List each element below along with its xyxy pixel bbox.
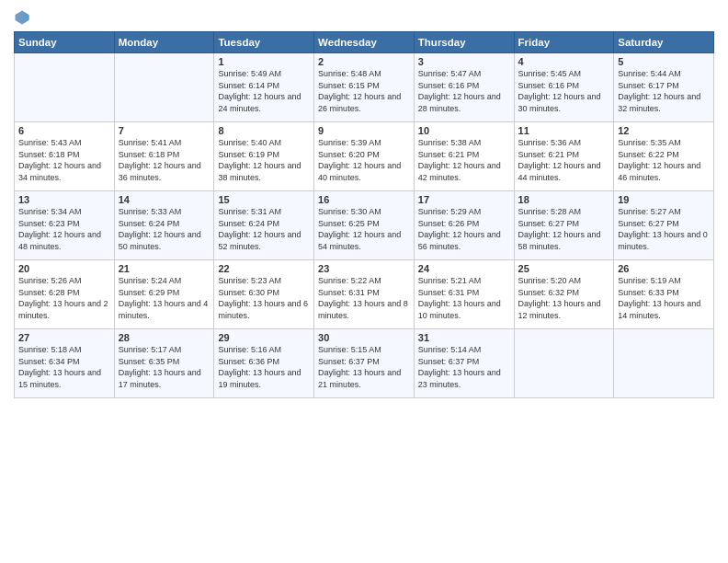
day-detail: Sunrise: 5:41 AM Sunset: 6:18 PM Dayligh… bbox=[119, 137, 210, 183]
calendar-cell: 1Sunrise: 5:49 AM Sunset: 6:14 PM Daylig… bbox=[214, 53, 314, 122]
calendar-cell bbox=[614, 329, 714, 398]
calendar-cell bbox=[114, 53, 214, 122]
week-row-4: 20Sunrise: 5:26 AM Sunset: 6:28 PM Dayli… bbox=[15, 260, 714, 329]
day-number: 5 bbox=[618, 56, 710, 67]
calendar-cell: 26Sunrise: 5:19 AM Sunset: 6:33 PM Dayli… bbox=[614, 260, 714, 329]
calendar-cell: 13Sunrise: 5:34 AM Sunset: 6:23 PM Dayli… bbox=[15, 191, 115, 260]
day-number: 13 bbox=[18, 194, 110, 205]
calendar-cell: 31Sunrise: 5:14 AM Sunset: 6:37 PM Dayli… bbox=[414, 329, 514, 398]
day-number: 10 bbox=[418, 125, 510, 136]
calendar-cell: 4Sunrise: 5:45 AM Sunset: 6:16 PM Daylig… bbox=[514, 53, 614, 122]
calendar-cell: 19Sunrise: 5:27 AM Sunset: 6:27 PM Dayli… bbox=[614, 191, 714, 260]
day-number: 18 bbox=[518, 194, 610, 205]
day-number: 8 bbox=[218, 125, 310, 136]
calendar-cell: 16Sunrise: 5:30 AM Sunset: 6:25 PM Dayli… bbox=[314, 191, 415, 260]
day-detail: Sunrise: 5:47 AM Sunset: 6:16 PM Dayligh… bbox=[418, 68, 510, 114]
calendar-cell: 11Sunrise: 5:36 AM Sunset: 6:21 PM Dayli… bbox=[514, 122, 614, 191]
calendar-cell: 15Sunrise: 5:31 AM Sunset: 6:24 PM Dayli… bbox=[214, 191, 314, 260]
day-detail: Sunrise: 5:45 AM Sunset: 6:16 PM Dayligh… bbox=[518, 68, 610, 114]
calendar-cell: 10Sunrise: 5:38 AM Sunset: 6:21 PM Dayli… bbox=[414, 122, 514, 191]
calendar-cell bbox=[514, 329, 614, 398]
day-detail: Sunrise: 5:34 AM Sunset: 6:23 PM Dayligh… bbox=[18, 206, 110, 252]
day-number: 3 bbox=[418, 56, 510, 67]
day-number: 11 bbox=[518, 125, 610, 136]
day-number: 31 bbox=[418, 332, 510, 343]
calendar-cell: 2Sunrise: 5:48 AM Sunset: 6:15 PM Daylig… bbox=[314, 53, 415, 122]
calendar-cell: 28Sunrise: 5:17 AM Sunset: 6:35 PM Dayli… bbox=[114, 329, 214, 398]
day-detail: Sunrise: 5:49 AM Sunset: 6:14 PM Dayligh… bbox=[218, 68, 310, 114]
day-number: 24 bbox=[418, 263, 510, 274]
day-detail: Sunrise: 5:16 AM Sunset: 6:36 PM Dayligh… bbox=[218, 344, 310, 390]
calendar-cell: 20Sunrise: 5:26 AM Sunset: 6:28 PM Dayli… bbox=[15, 260, 115, 329]
day-detail: Sunrise: 5:28 AM Sunset: 6:27 PM Dayligh… bbox=[518, 206, 610, 252]
day-detail: Sunrise: 5:22 AM Sunset: 6:31 PM Dayligh… bbox=[318, 275, 410, 321]
day-number: 14 bbox=[119, 194, 210, 205]
day-detail: Sunrise: 5:20 AM Sunset: 6:32 PM Dayligh… bbox=[518, 275, 610, 321]
calendar-cell: 6Sunrise: 5:43 AM Sunset: 6:18 PM Daylig… bbox=[15, 122, 115, 191]
calendar-cell: 7Sunrise: 5:41 AM Sunset: 6:18 PM Daylig… bbox=[114, 122, 214, 191]
calendar-cell: 27Sunrise: 5:18 AM Sunset: 6:34 PM Dayli… bbox=[15, 329, 115, 398]
calendar-cell: 17Sunrise: 5:29 AM Sunset: 6:26 PM Dayli… bbox=[414, 191, 514, 260]
day-number: 21 bbox=[119, 263, 210, 274]
day-number: 19 bbox=[618, 194, 710, 205]
day-number: 12 bbox=[618, 125, 710, 136]
calendar-cell: 8Sunrise: 5:40 AM Sunset: 6:19 PM Daylig… bbox=[214, 122, 314, 191]
calendar-cell: 25Sunrise: 5:20 AM Sunset: 6:32 PM Dayli… bbox=[514, 260, 614, 329]
calendar-cell: 23Sunrise: 5:22 AM Sunset: 6:31 PM Dayli… bbox=[314, 260, 415, 329]
day-detail: Sunrise: 5:15 AM Sunset: 6:37 PM Dayligh… bbox=[318, 344, 410, 390]
col-header-monday: Monday bbox=[114, 32, 214, 53]
day-number: 7 bbox=[119, 125, 210, 136]
day-number: 23 bbox=[318, 263, 410, 274]
col-header-tuesday: Tuesday bbox=[214, 32, 314, 53]
day-number: 16 bbox=[318, 194, 410, 205]
day-number: 29 bbox=[218, 332, 310, 343]
day-detail: Sunrise: 5:18 AM Sunset: 6:34 PM Dayligh… bbox=[18, 344, 110, 390]
day-detail: Sunrise: 5:14 AM Sunset: 6:37 PM Dayligh… bbox=[418, 344, 510, 390]
col-header-thursday: Thursday bbox=[414, 32, 514, 53]
day-number: 25 bbox=[518, 263, 610, 274]
day-detail: Sunrise: 5:29 AM Sunset: 6:26 PM Dayligh… bbox=[418, 206, 510, 252]
day-detail: Sunrise: 5:35 AM Sunset: 6:22 PM Dayligh… bbox=[618, 137, 710, 183]
day-number: 20 bbox=[18, 263, 110, 274]
logo bbox=[14, 9, 32, 26]
day-number: 30 bbox=[318, 332, 410, 343]
calendar-table: SundayMondayTuesdayWednesdayThursdayFrid… bbox=[14, 31, 714, 398]
calendar-cell: 3Sunrise: 5:47 AM Sunset: 6:16 PM Daylig… bbox=[414, 53, 514, 122]
day-number: 26 bbox=[618, 263, 710, 274]
col-header-friday: Friday bbox=[514, 32, 614, 53]
day-detail: Sunrise: 5:36 AM Sunset: 6:21 PM Dayligh… bbox=[518, 137, 610, 183]
header-row: SundayMondayTuesdayWednesdayThursdayFrid… bbox=[15, 32, 714, 53]
week-row-5: 27Sunrise: 5:18 AM Sunset: 6:34 PM Dayli… bbox=[15, 329, 714, 398]
calendar-cell: 29Sunrise: 5:16 AM Sunset: 6:36 PM Dayli… bbox=[214, 329, 314, 398]
calendar-cell: 18Sunrise: 5:28 AM Sunset: 6:27 PM Dayli… bbox=[514, 191, 614, 260]
day-number: 4 bbox=[518, 56, 610, 67]
day-number: 22 bbox=[218, 263, 310, 274]
day-detail: Sunrise: 5:48 AM Sunset: 6:15 PM Dayligh… bbox=[318, 68, 410, 114]
day-detail: Sunrise: 5:27 AM Sunset: 6:27 PM Dayligh… bbox=[618, 206, 710, 252]
day-number: 28 bbox=[119, 332, 210, 343]
day-detail: Sunrise: 5:24 AM Sunset: 6:29 PM Dayligh… bbox=[119, 275, 210, 321]
day-detail: Sunrise: 5:43 AM Sunset: 6:18 PM Dayligh… bbox=[18, 137, 110, 183]
calendar-cell: 9Sunrise: 5:39 AM Sunset: 6:20 PM Daylig… bbox=[314, 122, 415, 191]
calendar-cell: 21Sunrise: 5:24 AM Sunset: 6:29 PM Dayli… bbox=[114, 260, 214, 329]
col-header-wednesday: Wednesday bbox=[314, 32, 415, 53]
day-detail: Sunrise: 5:40 AM Sunset: 6:19 PM Dayligh… bbox=[218, 137, 310, 183]
day-number: 2 bbox=[318, 56, 410, 67]
day-detail: Sunrise: 5:39 AM Sunset: 6:20 PM Dayligh… bbox=[318, 137, 410, 183]
calendar-cell: 12Sunrise: 5:35 AM Sunset: 6:22 PM Dayli… bbox=[614, 122, 714, 191]
day-detail: Sunrise: 5:31 AM Sunset: 6:24 PM Dayligh… bbox=[218, 206, 310, 252]
calendar-cell: 24Sunrise: 5:21 AM Sunset: 6:31 PM Dayli… bbox=[414, 260, 514, 329]
day-detail: Sunrise: 5:44 AM Sunset: 6:17 PM Dayligh… bbox=[618, 68, 710, 114]
day-detail: Sunrise: 5:23 AM Sunset: 6:30 PM Dayligh… bbox=[218, 275, 310, 321]
header bbox=[14, 9, 714, 26]
calendar-cell: 22Sunrise: 5:23 AM Sunset: 6:30 PM Dayli… bbox=[214, 260, 314, 329]
day-detail: Sunrise: 5:26 AM Sunset: 6:28 PM Dayligh… bbox=[18, 275, 110, 321]
day-number: 9 bbox=[318, 125, 410, 136]
calendar-cell bbox=[15, 53, 115, 122]
day-number: 1 bbox=[218, 56, 310, 67]
calendar-cell: 14Sunrise: 5:33 AM Sunset: 6:24 PM Dayli… bbox=[114, 191, 214, 260]
day-detail: Sunrise: 5:33 AM Sunset: 6:24 PM Dayligh… bbox=[119, 206, 210, 252]
calendar-cell: 5Sunrise: 5:44 AM Sunset: 6:17 PM Daylig… bbox=[614, 53, 714, 122]
col-header-sunday: Sunday bbox=[15, 32, 115, 53]
day-number: 27 bbox=[18, 332, 110, 343]
